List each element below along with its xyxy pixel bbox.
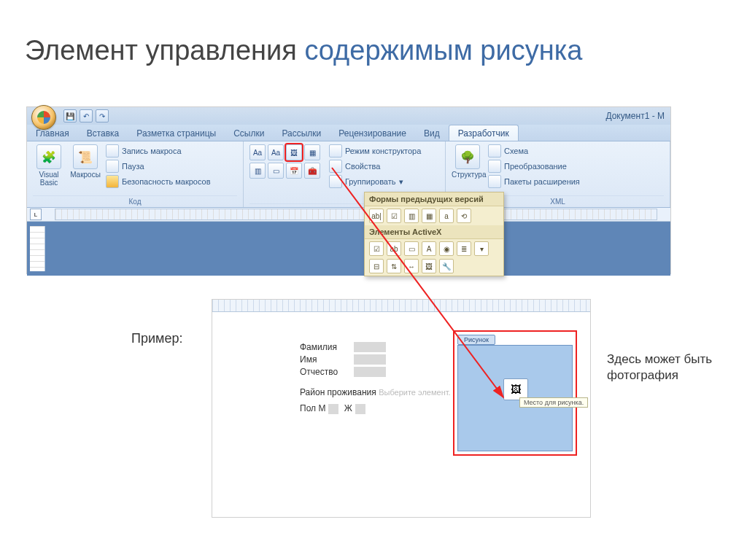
properties-button[interactable]: Свойства — [329, 160, 421, 173]
field-familiya[interactable] — [354, 342, 386, 352]
activex-image-icon[interactable]: 🖼 — [422, 259, 436, 273]
undo-icon[interactable]: ↶ — [80, 109, 93, 122]
expansion-packs-icon — [488, 175, 501, 188]
slide-title-accent: содержимым рисунка — [304, 35, 582, 66]
design-mode-button[interactable]: Режим конструктора — [329, 144, 421, 158]
combo-control-icon[interactable]: ▥ — [249, 163, 266, 179]
visual-basic-button[interactable]: 🧩 Visual Basic — [33, 144, 65, 187]
horizontal-ruler[interactable] — [55, 209, 657, 220]
legacy-text-icon[interactable]: ab| — [369, 209, 384, 223]
field-imya[interactable] — [354, 354, 386, 365]
field-otchestvo[interactable] — [354, 367, 386, 377]
tab-selector[interactable]: L — [30, 209, 42, 220]
label-imya: Имя — [300, 354, 348, 365]
buildingblock-control-icon[interactable]: ▦ — [304, 144, 320, 160]
example-screenshot: Фамилия Имя Отчество Район проживания Вы… — [212, 299, 591, 518]
tab-mailings[interactable]: Рассылки — [273, 125, 330, 141]
picture-control-icon[interactable]: 🖼 — [286, 144, 302, 160]
pause-recording-button[interactable]: Пауза — [106, 160, 211, 173]
picture-tooltip: Место для рисунка. — [519, 397, 588, 408]
expansion-packs-button[interactable]: Пакеты расширения — [488, 175, 580, 188]
record-macro-button[interactable]: Запись макроса — [106, 144, 211, 158]
tab-developer[interactable]: Разработчик — [449, 125, 519, 141]
checkbox-pol-zh[interactable] — [355, 404, 365, 414]
dropdown-control-icon[interactable]: ▭ — [268, 163, 284, 179]
tab-references[interactable]: Ссылки — [225, 125, 273, 141]
richtext-control-icon[interactable]: Aa — [249, 144, 266, 160]
activex-option-icon[interactable]: ◉ — [439, 241, 454, 256]
window-title: Документ1 - M — [605, 111, 670, 121]
macros-icon: 📜 — [73, 144, 98, 169]
activex-check-icon[interactable]: ☑ — [369, 241, 384, 256]
ribbon: 🧩 Visual Basic 📜 Макросы Запись макроса … — [27, 141, 670, 208]
schema-icon — [488, 144, 501, 158]
label-rayon: Район проживания — [300, 387, 376, 397]
activex-header: Элементы ActiveX — [365, 225, 503, 239]
tab-pagelayout[interactable]: Разметка страницы — [128, 125, 225, 141]
label-pol-zh: Ж — [344, 403, 352, 413]
horizontal-ruler-row: L — [27, 208, 670, 222]
activex-text-icon[interactable]: ab — [387, 241, 401, 256]
legacy-dropdown-icon[interactable]: ▥ — [404, 209, 419, 223]
side-note: Здесь может быть фотография — [607, 351, 716, 384]
document-background — [27, 222, 670, 276]
macros-button[interactable]: 📜 Макросы — [69, 144, 101, 179]
slide-title: Элемент управления содержимым рисунка — [25, 35, 582, 66]
legacy-reset-icon[interactable]: ⟲ — [457, 209, 471, 223]
save-icon[interactable]: 💾 — [63, 109, 77, 122]
group-icon — [329, 175, 342, 188]
document-surface[interactable] — [48, 222, 670, 276]
legacy-field-icon[interactable]: a — [439, 209, 454, 223]
visual-basic-icon: 🧩 — [36, 144, 61, 169]
structure-button[interactable]: 🌳 Структура — [452, 144, 484, 179]
picture-content-control[interactable]: Рисунок 🖼 Место для рисунка. — [453, 330, 577, 456]
example-ruler — [212, 300, 590, 312]
label-pol: Пол — [300, 403, 316, 413]
word-screenshot: 💾 ↶ ↷ Документ1 - M Главная Вставка Разм… — [26, 106, 671, 274]
slide-title-plain: Элемент управления — [25, 35, 304, 66]
activex-spin-icon[interactable]: ⇅ — [387, 259, 401, 273]
example-label: Пример: — [131, 331, 182, 346]
activex-combo-icon[interactable]: ▾ — [474, 241, 489, 256]
tab-home[interactable]: Главная — [27, 125, 78, 141]
design-mode-icon — [329, 144, 342, 158]
legacy-tools-icon[interactable]: 🧰 — [304, 163, 320, 179]
group-code-label: Код — [33, 195, 237, 206]
activex-button-icon[interactable]: ▭ — [404, 241, 419, 256]
label-familiya: Фамилия — [300, 342, 348, 352]
label-pol-m: М — [318, 403, 325, 413]
record-macro-icon — [106, 144, 119, 158]
label-otchestvo: Отчество — [300, 367, 348, 377]
group-controls-button[interactable]: Группировать ▾ — [329, 175, 421, 188]
quick-access-toolbar: 💾 ↶ ↷ Документ1 - M — [27, 107, 670, 125]
legacy-tools-dropdown: Формы предыдущих версий ab| ☑ ▥ ▦ a ⟲ Эл… — [364, 192, 504, 276]
transform-icon — [488, 160, 501, 173]
activex-scroll-icon[interactable]: ↔ — [404, 259, 419, 273]
legacy-frame-icon[interactable]: ▦ — [422, 209, 436, 223]
plaintext-control-icon[interactable]: Aa — [268, 144, 284, 160]
structure-icon: 🌳 — [455, 144, 480, 169]
picture-control-tab: Рисунок — [457, 335, 495, 345]
datepicker-control-icon[interactable]: 📅 — [286, 163, 302, 179]
office-button[interactable] — [31, 105, 56, 130]
tab-insert[interactable]: Вставка — [78, 125, 128, 141]
pause-icon — [106, 160, 119, 173]
transform-button[interactable]: Преобразование — [488, 160, 580, 173]
redo-icon[interactable]: ↷ — [96, 109, 109, 122]
activex-label-icon[interactable]: A — [422, 241, 436, 256]
checkbox-pol-m[interactable] — [328, 404, 338, 414]
tab-view[interactable]: Вид — [415, 125, 449, 141]
controls-gallery: Aa Aa 🖼 ▦ ▥ ▭ 📅 🧰 — [249, 144, 320, 179]
activex-toggle-icon[interactable]: ⊟ — [369, 259, 384, 273]
ribbon-tabs: Главная Вставка Разметка страницы Ссылки… — [27, 125, 670, 141]
shield-icon — [106, 175, 119, 188]
schema-button[interactable]: Схема — [488, 144, 580, 158]
vertical-ruler[interactable] — [30, 226, 45, 271]
macro-security-button[interactable]: Безопасность макросов — [106, 175, 211, 188]
activex-list-icon[interactable]: ≣ — [457, 241, 471, 256]
legacy-check-icon[interactable]: ☑ — [387, 209, 401, 223]
tab-review[interactable]: Рецензирование — [330, 125, 415, 141]
properties-icon — [329, 160, 342, 173]
activex-more-icon[interactable]: 🔧 — [439, 259, 454, 273]
placeholder-rayon[interactable]: Выберите элемент. — [379, 388, 450, 397]
